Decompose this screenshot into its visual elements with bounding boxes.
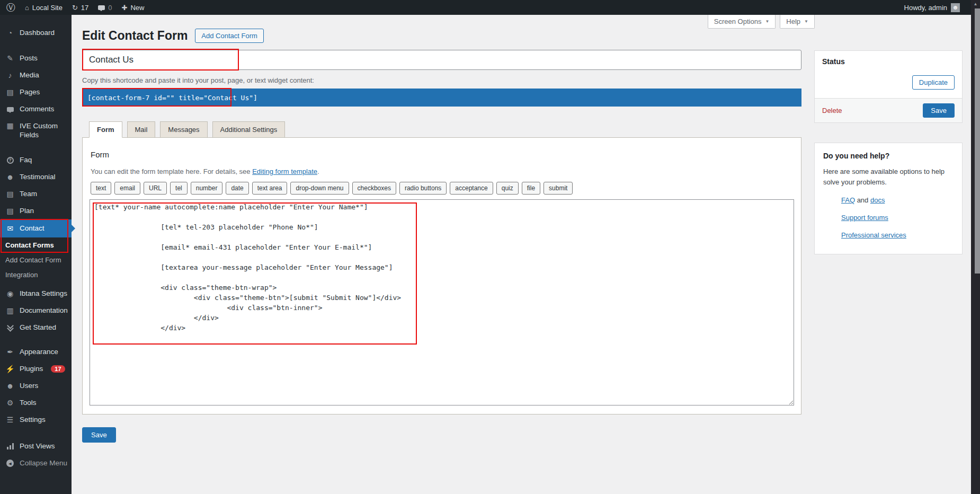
sidebar-item-faq[interactable]: ? Faq (0, 152, 72, 169)
professional-services-link[interactable]: Professional services (841, 231, 906, 239)
tag-button-acceptance[interactable]: acceptance (450, 182, 493, 195)
sidebar-item-get-started[interactable]: Get Started (0, 319, 72, 336)
delete-link[interactable]: Delete (822, 107, 842, 114)
tag-button-text-area[interactable]: text area (252, 182, 288, 195)
sidebar-item-post-views[interactable]: Post Views (0, 438, 72, 455)
docs-link[interactable]: docs (870, 196, 885, 204)
wordpress-logo-menu[interactable]: Ⓥ (6, 3, 15, 12)
sidebar-item-appearance[interactable]: ✒ Appearance (0, 343, 72, 360)
sidebar-subitem-integration[interactable]: Integration (0, 267, 72, 282)
form-panel: Form You can edit the form template here… (82, 137, 801, 414)
sidebar-item-ive-custom-fields[interactable]: ▦ IVE Custom Fields (0, 118, 72, 152)
sidebar-item-testimonial[interactable]: ☻ Testimonial (0, 169, 72, 186)
form-template-textarea[interactable]: [text* your-name autocomplete:name place… (90, 199, 794, 405)
user-icon: ☻ (5, 382, 15, 390)
duplicate-button[interactable]: Duplicate (912, 75, 955, 90)
main-content: Screen Options ▼ Help ▼ Edit Contact For… (72, 15, 971, 494)
side-column: Status Duplicate Delete Save Do you need… (814, 28, 963, 254)
sidebar-subitem-add-contact-form[interactable]: Add Contact Form (0, 252, 72, 267)
scroll-up-arrow-icon[interactable]: ▲ (971, 2, 980, 6)
sidebar-item-pages[interactable]: ▤ Pages (0, 84, 72, 101)
account-menu[interactable]: Howdy, admin ☻ (904, 3, 960, 12)
sidebar-item-contact[interactable]: ✉ Contact (0, 219, 72, 237)
tag-button-drop-down-menu[interactable]: drop-down menu (290, 182, 349, 195)
sidebar-item-plan[interactable]: ▤ Plan (0, 202, 72, 219)
support-forums-link[interactable]: Support forums (841, 214, 888, 222)
tag-button-date[interactable]: date (226, 182, 248, 195)
shortcode-hint: Copy this shortcode and paste it into yo… (82, 76, 801, 84)
help-panel: Do you need help? Here are some availabl… (814, 143, 963, 254)
help-panel-body: Here are some available options to help … (823, 166, 954, 188)
sidebar-item-collapse-menu[interactable]: ◀ Collapse Menu (0, 455, 72, 472)
tag-button-tel[interactable]: tel (170, 182, 188, 195)
media-icon: ♪ (5, 72, 15, 79)
editor-column: Edit Contact Form Add Contact Form Copy … (82, 28, 801, 443)
sidebar-item-plugins[interactable]: ⚡ Plugins 17 (0, 360, 72, 377)
tag-button-submit[interactable]: submit (544, 182, 573, 195)
site-name-label: Local Site (32, 4, 63, 12)
tab-messages[interactable]: Messages (160, 121, 207, 138)
scrollbar-thumb[interactable] (975, 8, 980, 274)
tag-button-radio-buttons[interactable]: radio buttons (399, 182, 447, 195)
tab-mail[interactable]: Mail (127, 121, 156, 138)
vertical-scrollbar[interactable]: ▲ (971, 0, 980, 494)
document-icon: ▤ (5, 207, 15, 215)
save-button-bottom[interactable]: Save (82, 427, 116, 443)
screen-meta-links: Screen Options ▼ Help ▼ (708, 15, 815, 29)
admin-sidebar: ◔ Dashboard ✎ Posts ♪ Media ▤ Pages Comm… (0, 15, 72, 494)
help-button[interactable]: Help ▼ (780, 15, 815, 29)
add-contact-form-button[interactable]: Add Contact Form (195, 29, 264, 43)
brush-icon: ✒ (5, 348, 15, 356)
faq-link[interactable]: FAQ (841, 196, 855, 204)
status-panel-title: Status (815, 51, 962, 66)
sidebar-item-posts[interactable]: ✎ Posts (0, 50, 72, 67)
sidebar-item-ibtana-settings[interactable]: ◉ Ibtana Settings (0, 285, 72, 302)
form-title-input[interactable] (82, 50, 801, 70)
sidebar-item-dashboard[interactable]: ◔ Dashboard (0, 24, 72, 41)
sidebar-subitem-contact-forms[interactable]: Contact Forms (0, 237, 72, 252)
faq-icon: ? (5, 157, 15, 164)
sidebar-item-documentation[interactable]: ▥ Documentation (0, 302, 72, 319)
shortcode-display[interactable]: [contact-form-7 id="" title="Contact Us"… (82, 89, 801, 107)
comments-bubble-icon (98, 5, 105, 10)
screen-options-button[interactable]: Screen Options ▼ (708, 15, 776, 29)
help-link-faq-docs: FAQ and docs (841, 196, 954, 204)
chevron-down-icon: ▼ (804, 19, 808, 24)
page-title: Edit Contact Form (82, 28, 188, 43)
pages-icon: ▤ (5, 89, 15, 96)
new-content-menu[interactable]: ✚ New (122, 4, 145, 12)
sidebar-item-media[interactable]: ♪ Media (0, 67, 72, 84)
tag-button-url[interactable]: URL (144, 182, 167, 195)
envelope-icon: ✉ (5, 225, 15, 232)
sliders-icon: ☰ (5, 416, 15, 424)
chevron-down-icon: ▼ (765, 19, 769, 24)
tag-button-quiz[interactable]: quiz (496, 182, 519, 195)
document-icon: ▤ (5, 190, 15, 198)
tag-button-text[interactable]: text (91, 182, 111, 195)
tag-button-email[interactable]: email (114, 182, 140, 195)
dashboard-icon: ◔ (5, 29, 15, 37)
plus-icon: ✚ (122, 4, 128, 12)
editor-tabs: Form Mail Messages Additional Settings (82, 121, 801, 137)
help-link-professional: Professional services (841, 231, 954, 239)
sidebar-item-comments[interactable]: Comments (0, 101, 72, 118)
wordpress-logo-icon: Ⓥ (6, 3, 15, 12)
sidebar-item-tools[interactable]: ⚙ Tools (0, 394, 72, 411)
site-name-menu[interactable]: ⌂ Local Site (25, 4, 63, 12)
updates-menu[interactable]: ↻ 17 (72, 4, 88, 12)
howdy-label: Howdy, admin (904, 4, 947, 12)
plugins-update-badge: 17 (51, 365, 65, 373)
sidebar-item-users[interactable]: ☻ Users (0, 377, 72, 394)
sidebar-item-team[interactable]: ▤ Team (0, 186, 72, 202)
tag-button-number[interactable]: number (191, 182, 223, 195)
chevrons-down-icon (5, 324, 15, 331)
save-button[interactable]: Save (923, 103, 955, 118)
tag-button-checkboxes[interactable]: checkboxes (352, 182, 396, 195)
admin-bar: Ⓥ ⌂ Local Site ↻ 17 0 ✚ New Howdy, admin… (0, 0, 980, 15)
sidebar-item-settings[interactable]: ☰ Settings (0, 411, 72, 428)
tab-form[interactable]: Form (89, 121, 122, 138)
comments-menu[interactable]: 0 (98, 4, 112, 12)
editing-form-template-link[interactable]: Editing form template (252, 167, 317, 175)
tab-additional-settings[interactable]: Additional Settings (212, 121, 286, 138)
tag-button-file[interactable]: file (522, 182, 540, 195)
